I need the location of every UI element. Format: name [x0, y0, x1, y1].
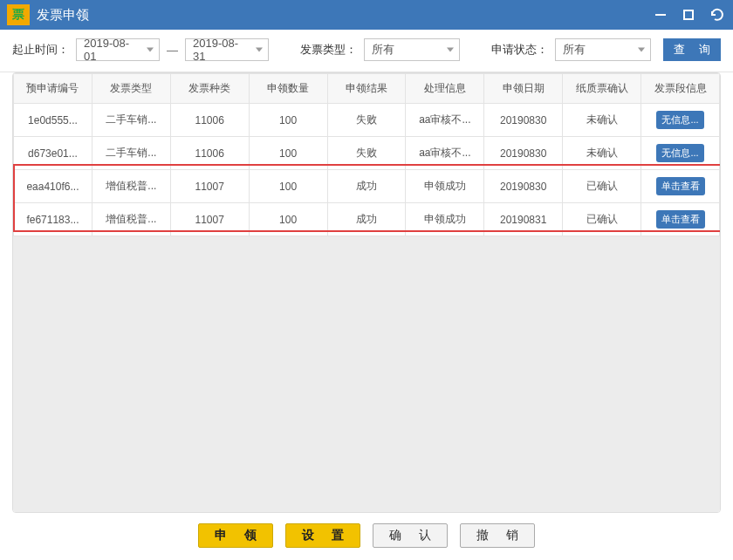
- table-cell: 100: [249, 170, 327, 203]
- table-cell: 20190830: [484, 104, 563, 137]
- app-logo-icon: [7, 4, 30, 25]
- table-cell: 20190831: [484, 203, 563, 236]
- date-to-value: 2019-08-31: [193, 37, 249, 63]
- results-table: 预申请编号 发票类型 发票种类 申领数量 申领结果 处理信息 申领日期 纸质票确…: [13, 73, 720, 236]
- table-cell: 已确认: [563, 203, 641, 236]
- maximize-button[interactable]: [679, 5, 698, 24]
- table-cell: 成功: [327, 203, 406, 236]
- table-cell: 未确认: [563, 104, 641, 137]
- table-cell: aa审核不...: [406, 137, 484, 170]
- window-controls: [651, 5, 726, 24]
- table-cell: 增值税普...: [92, 203, 170, 236]
- table-cell: 未确认: [563, 137, 641, 170]
- col-invoice-type: 发票类型: [92, 74, 170, 104]
- date-to-input[interactable]: 2019-08-31: [185, 38, 269, 61]
- action-bar: 申 领 设 置 确 认 撤 销: [0, 513, 733, 560]
- svg-rect-1: [684, 10, 693, 19]
- segment-info-button[interactable]: 单击查看: [656, 177, 705, 195]
- app-window: 发票申领 起止时间： 2019-08-01 — 2019-08-31 发票类型：…: [0, 0, 733, 560]
- date-range-dash: —: [167, 44, 178, 57]
- segment-info-cell: 单击查看: [641, 203, 720, 236]
- table-cell: 100: [249, 203, 327, 236]
- apply-status-value: 所有: [563, 42, 586, 58]
- table-cell: 100: [249, 137, 327, 170]
- table-cell: 增值税普...: [92, 170, 170, 203]
- segment-info-cell: 无信息...: [641, 137, 720, 170]
- segment-info-button[interactable]: 无信息...: [656, 144, 703, 162]
- date-from-value: 2019-08-01: [84, 37, 140, 63]
- col-preapply-id: 预申请编号: [14, 74, 92, 104]
- apply-button[interactable]: 申 领: [198, 523, 273, 548]
- table-row[interactable]: 1e0d555...二手车销...11006100失败aa审核不...20190…: [14, 104, 720, 137]
- invoice-type-value: 所有: [372, 42, 394, 58]
- date-from-input[interactable]: 2019-08-01: [76, 38, 160, 61]
- table-row[interactable]: d673e01...二手车销...11006100失败aa审核不...20190…: [14, 137, 720, 170]
- confirm-button[interactable]: 确 认: [373, 523, 448, 548]
- window-title: 发票申领: [37, 7, 651, 24]
- apply-status-select[interactable]: 所有: [555, 38, 651, 61]
- table-cell: 1e0d555...: [14, 104, 92, 137]
- titlebar: 发票申领: [0, 0, 733, 30]
- table-cell: 已确认: [563, 170, 641, 203]
- table-row[interactable]: fe671183...增值税普...11007100成功申领成功20190831…: [14, 203, 720, 236]
- table-cell: 100: [249, 104, 327, 137]
- apply-status-label: 申请状态：: [491, 42, 548, 58]
- col-process-info: 处理信息: [406, 74, 484, 104]
- table-cell: 11006: [170, 104, 249, 137]
- table-cell: 成功: [327, 170, 406, 203]
- col-segment-info: 发票段信息: [641, 74, 720, 104]
- table-header-row: 预申请编号 发票类型 发票种类 申领数量 申领结果 处理信息 申领日期 纸质票确…: [14, 74, 720, 104]
- table-cell: 11007: [170, 203, 249, 236]
- table-cell: aa审核不...: [406, 104, 484, 137]
- table-cell: 20190830: [484, 137, 563, 170]
- col-apply-result: 申领结果: [327, 74, 406, 104]
- table-cell: eaa410f6...: [14, 170, 92, 203]
- table-row[interactable]: eaa410f6...增值税普...11007100成功申领成功20190830…: [14, 170, 720, 203]
- col-invoice-kind: 发票种类: [170, 74, 249, 104]
- minimize-button[interactable]: [651, 5, 670, 24]
- table-cell: fe671183...: [14, 203, 92, 236]
- table-cell: 11006: [170, 137, 249, 170]
- segment-info-button[interactable]: 单击查看: [656, 210, 705, 229]
- table-cell: 申领成功: [406, 170, 484, 203]
- revoke-button[interactable]: 撤 销: [460, 523, 535, 548]
- query-button[interactable]: 查 询: [663, 38, 721, 61]
- table-cell: 11007: [170, 170, 249, 203]
- back-button[interactable]: [707, 5, 726, 24]
- table-cell: 二手车销...: [92, 104, 170, 137]
- segment-info-cell: 无信息...: [641, 104, 720, 137]
- table-cell: 二手车销...: [92, 137, 170, 170]
- segment-info-button[interactable]: 无信息...: [656, 111, 703, 129]
- segment-info-cell: 单击查看: [641, 170, 720, 203]
- filter-bar: 起止时间： 2019-08-01 — 2019-08-31 发票类型： 所有 申…: [0, 30, 733, 72]
- col-apply-qty: 申领数量: [249, 74, 327, 104]
- table-cell: 失败: [327, 137, 406, 170]
- col-paper-confirm: 纸质票确认: [563, 74, 641, 104]
- table-cell: d673e01...: [14, 137, 92, 170]
- invoice-type-select[interactable]: 所有: [364, 38, 460, 61]
- invoice-type-label: 发票类型：: [300, 42, 357, 58]
- results-table-container: 预申请编号 发票类型 发票种类 申领数量 申领结果 处理信息 申领日期 纸质票确…: [12, 72, 721, 513]
- table-cell: 20190830: [484, 170, 563, 203]
- table-cell: 申领成功: [406, 203, 484, 236]
- settings-button[interactable]: 设 置: [285, 523, 360, 548]
- date-range-label: 起止时间：: [12, 42, 69, 58]
- table-cell: 失败: [327, 104, 406, 137]
- col-apply-date: 申领日期: [484, 74, 563, 104]
